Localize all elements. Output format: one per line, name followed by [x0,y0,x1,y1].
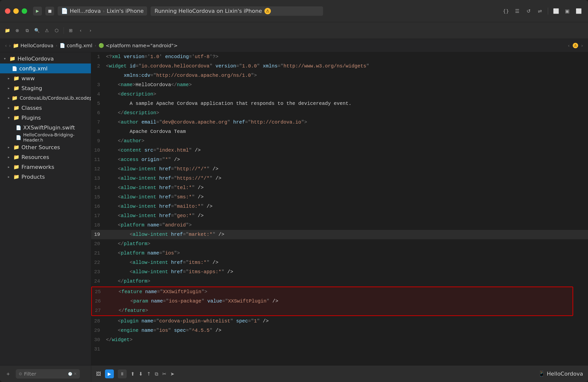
stop-button[interactable]: ■ [45,7,54,16]
up-icon[interactable]: ⬆ [131,371,135,377]
layout1-icon[interactable]: ⬜ [551,7,560,16]
bc-project-label: HelloCordova [21,43,53,48]
sidebar: ▾ 📁 HelloCordova 📄 config.xml ▸ 📁 www ▸ … [0,52,91,382]
code-line-20: 20 </platform> [91,239,588,248]
sidebar-label-othersources: Other Sources [21,144,60,150]
folder-icon-plugins: 📁 [13,115,20,121]
code-line-4: 4 <description> [91,90,588,99]
upload-icon[interactable]: ↑ [147,371,151,377]
bc-forward[interactable]: › [9,43,11,48]
sidebar-item-staging[interactable]: ▸ 📁 Staging [0,83,91,93]
bookmark-icon[interactable]: ⬡ [53,27,61,35]
warning-icon[interactable]: ⚠ [43,27,51,35]
sidebar-item-www[interactable]: ▸ 📁 www [0,73,91,83]
status-running[interactable]: Running HelloCordova on Lixin's iPhone ⚠ [150,6,323,16]
expand-arrow-www: ▸ [8,76,11,80]
bc-sep2: › [95,44,96,48]
close-button[interactable] [5,8,10,14]
code-line-1: 1 <?xml version='1.0' encoding='utf-8'?> [91,52,588,61]
sidebar-item-cordovalib[interactable]: ▸ 📁 CordovaLib/CordovaLib.xcodeproj [0,93,91,103]
tab-hell-rdova[interactable]: 📄 Hell...rdova › Lixin's iPhone [58,6,147,16]
image-icon[interactable]: 🖼 [96,371,101,377]
sidebar-item-configxml[interactable]: 📄 config.xml [0,63,91,73]
code-line-5: 5 A sample Apache Cordova application th… [91,99,588,108]
copy-icon[interactable]: ⧉ [155,371,158,377]
bc-scope-label: <platform name="android"> [105,43,178,48]
tab-device-label: Lixin's iPhone [107,8,144,14]
nav-forward[interactable]: › [86,27,94,35]
folder-icon-cordovalib: 📁 [12,95,18,101]
app-name-label: HelloCordova [547,371,583,377]
code-line-2: 2 <widget id="io.cordova.hellocordova" v… [91,61,588,71]
sidebar-item-resources[interactable]: ▸ 📁 Resources [0,152,91,162]
editor: 1 <?xml version='1.0' encoding='utf-8'?>… [91,52,588,382]
scissors-icon[interactable]: ✂ [162,371,166,377]
sidebar-item-classes[interactable]: ▸ 📁 Classes [0,103,91,113]
code-line-22: 22 <allow-intent href="itms:*" /> [91,258,588,267]
folder-icon-staging: 📁 [13,85,20,91]
list-icon[interactable]: ☰ [513,7,522,16]
sidebar-label-hellocordova: HelloCordova [18,56,54,62]
code-line-8: 8 Apache Cordova Team [91,127,588,136]
send-icon[interactable]: ➤ [170,371,174,377]
code-line-10: 10 <content src="index.html" /> [91,146,588,155]
filter-label: Filter [24,371,36,377]
sidebar-bottom-bar: + ⊙ Filter 🕐 ✕ [0,365,91,382]
collapse-arrow-plugins: ▾ [8,116,11,120]
grid-icon[interactable]: ⊞ [67,27,75,35]
pause-btn[interactable]: ⏸ [118,369,127,378]
titlebar: ▶ ■ 📄 Hell...rdova › Lixin's iPhone Runn… [0,0,588,22]
run-button[interactable]: ▶ [33,7,42,16]
secondary-toolbar: 📁 ⊗ ⧉ 🔍 ⚠ ⬡ ⊞ ‹ › [0,22,588,39]
code-editor[interactable]: 1 <?xml version='1.0' encoding='utf-8'?>… [91,52,588,365]
add-button[interactable]: + [4,370,12,378]
code-line-14: 14 <allow-intent href="tel:*" /> [91,183,588,192]
toolbar-separator [63,27,64,34]
expand-arrow-products: ▸ [8,175,11,179]
sidebar-item-othersources[interactable]: ▸ 📁 Other Sources [0,142,91,152]
code-line-13: 13 <allow-intent href="https://*/*" /> [91,174,588,183]
bc-nav-left[interactable]: ‹ [568,43,570,48]
refresh-icon[interactable]: ↺ [524,7,533,16]
sidebar-item-products[interactable]: ▸ 📁 Products [0,172,91,182]
app-name-display: 📱 HelloCordova [538,371,583,377]
file-icon-xxswift: 📄 [16,125,21,130]
bc-file[interactable]: 📄 config.xml [60,43,92,48]
layers-icon[interactable]: ⧉ [23,27,31,35]
filter-box[interactable]: ⊙ Filter 🕐 ✕ [16,369,80,379]
project-folder-icon: 📁 [13,43,19,48]
sidebar-item-xxswiftplugin[interactable]: 📄 XXSwiftPlugin.swift [0,123,91,133]
sidebar-item-hellocordova[interactable]: ▾ 📁 HelloCordova [0,54,91,63]
sidebar-item-plugins[interactable]: ▾ 📁 Plugins [0,113,91,123]
download-icon[interactable]: ⬇ [139,371,143,377]
minimize-button[interactable] [13,8,19,14]
code-line-25: 25 <feature name="XXSwiftPlugin"> [92,287,572,297]
breadcrumb-bar: ‹ › 📁 HelloCordova › 📄 config.xml › 🟢 <p… [0,39,588,52]
sidebar-item-frameworks[interactable]: ▸ 📁 Frameworks [0,162,91,172]
folder-icon-frameworks: 📁 [13,164,20,170]
folder-icon[interactable]: 📁 [3,27,11,35]
status-text: Running HelloCordova on Lixin's iPhone [154,8,262,14]
bc-nav-right[interactable]: › [581,43,583,48]
braces-icon[interactable]: {} [502,7,510,16]
prohibited-icon[interactable]: ⊗ [13,27,21,35]
sidebar-label-staging: Staging [21,85,42,91]
bc-project[interactable]: 📁 HelloCordova [13,43,53,48]
sidebar-label-cordovalib: CordovaLib/CordovaLib.xcodeproj [20,95,91,101]
expand-arrow-othersources: ▸ [8,145,11,149]
search-icon[interactable]: 🔍 [33,27,41,35]
split-icon[interactable]: ⇌ [536,7,544,16]
clock-icon: 🕐 [68,372,72,376]
bc-back[interactable]: ‹ [5,43,7,48]
code-line-3: 3 <name>HelloCordova</name> [91,80,588,90]
sidebar-item-bridgingheader[interactable]: 📄 HelloCordova-Bridging-Header.h [0,133,91,142]
sidebar-file-tree: ▾ 📁 HelloCordova 📄 config.xml ▸ 📁 www ▸ … [0,52,91,365]
layout2-icon[interactable]: ▣ [563,7,572,16]
layout3-icon[interactable]: ⬜ [574,7,583,16]
play-btn[interactable]: ▶ [105,369,114,378]
fullscreen-button[interactable] [22,8,27,14]
filter-clear-icon[interactable]: ✕ [74,371,77,376]
nav-back[interactable]: ‹ [77,27,84,35]
main-content: ▾ 📁 HelloCordova 📄 config.xml ▸ 📁 www ▸ … [0,52,588,382]
bc-scope[interactable]: 🟢 <platform name="android"> [99,43,178,48]
